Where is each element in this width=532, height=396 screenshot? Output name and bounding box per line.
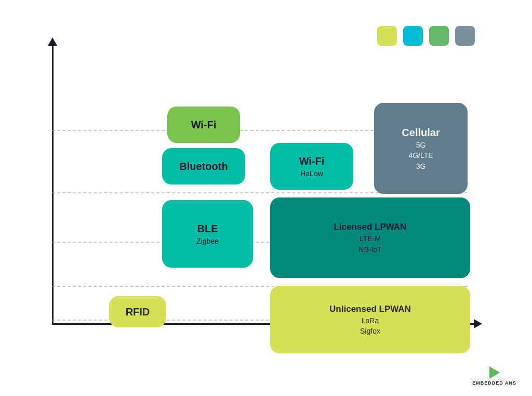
legend-swatch-teal [403,26,423,46]
tech-sub-label: 5G [416,140,426,150]
y-axis [52,42,54,325]
tech-main-label: RFID [126,305,150,319]
logo-area: EMBEDDED ANS [472,366,516,386]
tech-box-bluetooth: Bluetooth [162,148,245,184]
tech-main-label: Wi-Fi [191,118,217,131]
legend [377,26,475,46]
tech-main-label: Unlicensed LPWAN [329,303,411,315]
tech-sub-label: LTE-M [360,234,381,243]
tech-box-unlicensed-lpwan: Unlicensed LPWANLoRaSigfox [270,286,470,353]
tech-sub-label: NB-IoT [358,245,381,254]
tech-sub-label: Zigbee [196,236,219,246]
tech-sub-label: 4G/LTE [408,151,433,160]
logo-text: EMBEDDED ANS [472,380,516,386]
tech-sub-label: Sigfox [360,326,380,336]
y-axis-arrow [48,37,57,46]
tech-main-label: Bluetooth [179,160,228,173]
tech-sub-label: HaLow [300,169,323,178]
tech-main-label: Licensed LPWAN [334,221,407,233]
logo-icon [489,366,500,379]
tech-main-label: Wi-Fi [299,154,325,168]
tech-box-wifi: Wi-Fi [167,107,240,143]
tech-box-rfid: RFID [109,296,166,327]
legend-swatch-green [429,26,449,46]
tech-main-label: BLE [197,222,218,235]
tech-box-cellular: Cellular5G4G/LTE3G [374,103,468,194]
legend-swatch-blue-grey [455,26,475,46]
legend-swatch-light-green [377,26,397,46]
tech-box-licensed-lpwan: Licensed LPWANLTE-MNB-IoT [270,197,470,278]
tech-main-label: Cellular [402,126,440,139]
tech-box-ble-zigbee: BLEZigbee [162,200,253,268]
tech-sub-label: LoRa [362,316,379,325]
tech-box-wifi-halow: Wi-FiHaLow [270,143,353,190]
tech-sub-label: 3G [416,162,426,171]
x-axis-arrow [474,319,482,328]
